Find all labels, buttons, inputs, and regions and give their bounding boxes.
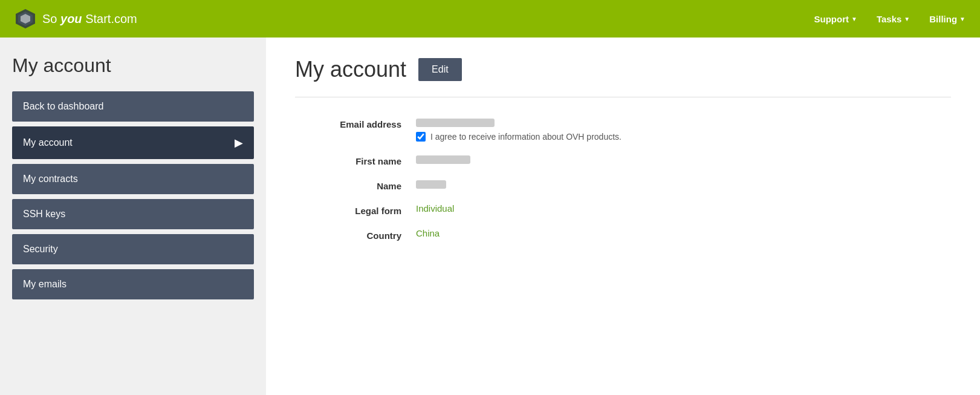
nav-billing[interactable]: Billing ▼ (929, 14, 965, 24)
legal-form-label: Legal form (295, 203, 416, 216)
sidebar-item-my-contracts[interactable]: My contracts (12, 164, 254, 194)
sidebar-item-security[interactable]: Security (12, 234, 254, 264)
back-to-dashboard-button[interactable]: Back to dashboard (12, 91, 254, 122)
ovh-agreement-row: I agree to receive information about OVH… (416, 132, 621, 142)
main-header: My account Edit (295, 57, 951, 82)
email-value: I agree to receive information about OVH… (416, 117, 621, 142)
country-row: Country China (295, 228, 951, 241)
sidebar-item-ssh-keys[interactable]: SSH keys (12, 199, 254, 229)
nav-tasks[interactable]: Tasks ▼ (877, 14, 910, 24)
logo-text: So you Start.com (42, 12, 137, 26)
ovh-agreement-label: I agree to receive information about OVH… (430, 132, 621, 142)
billing-caret-icon: ▼ (959, 16, 965, 22)
firstname-row: First name (295, 154, 951, 166)
tasks-caret-icon: ▼ (904, 16, 910, 22)
logo: So you Start.com (15, 8, 137, 30)
sidebar-item-my-account[interactable]: My account ▶ (12, 126, 254, 159)
legal-form-value: Individual (416, 203, 454, 216)
logo-icon (15, 8, 36, 30)
email-row: Email address I agree to receive informa… (295, 117, 951, 142)
country-value: China (416, 228, 440, 241)
support-caret-icon: ▼ (851, 16, 857, 22)
ovh-agreement-checkbox[interactable] (416, 132, 426, 142)
sidebar-title: My account (12, 54, 254, 77)
email-blurred (416, 119, 495, 127)
header-nav: Support ▼ Tasks ▼ Billing ▼ (814, 14, 965, 24)
name-row: Name (295, 178, 951, 191)
email-label: Email address (295, 117, 416, 142)
name-blurred (416, 180, 446, 189)
sidebar-item-my-emails[interactable]: My emails (12, 269, 254, 299)
edit-button[interactable]: Edit (418, 58, 462, 81)
divider (295, 97, 951, 97)
nav-support[interactable]: Support ▼ (814, 14, 857, 24)
page-layout: My account Back to dashboard My account … (0, 38, 980, 395)
legal-form-row: Legal form Individual (295, 203, 951, 216)
main-content: My account Edit Email address I agree to… (266, 38, 980, 395)
page-title: My account (295, 57, 406, 82)
name-value (416, 178, 446, 191)
header: So you Start.com Support ▼ Tasks ▼ Billi… (0, 0, 980, 38)
sidebar: My account Back to dashboard My account … (0, 38, 266, 395)
firstname-label: First name (295, 154, 416, 166)
country-label: Country (295, 228, 416, 241)
firstname-blurred (416, 155, 470, 164)
firstname-value (416, 154, 470, 166)
arrow-icon: ▶ (235, 136, 243, 149)
name-label: Name (295, 178, 416, 191)
